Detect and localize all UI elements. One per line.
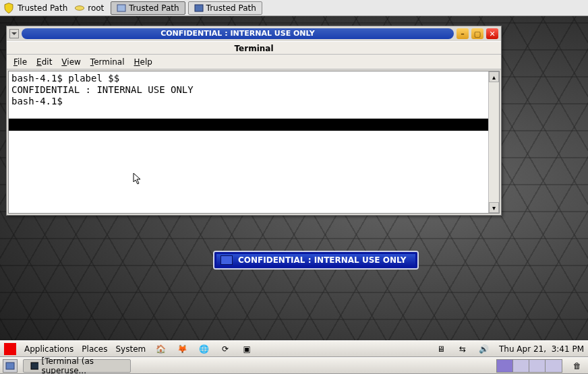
home-launcher[interactable]: 🏠 [150,341,171,356]
window-list-label: [Terminal (as superuse... [42,356,123,375]
network-indicator[interactable]: ⇆ [452,341,473,356]
window-icon [117,4,126,12]
volume-indicator[interactable]: 🔊 [473,341,495,356]
clock[interactable]: Thu Apr 21, 3:41 PM [495,344,588,354]
terminal-icon: ▣ [240,342,254,356]
minimize-button[interactable]: – [457,28,469,39]
places-menu[interactable]: Places [78,341,111,356]
trash-icon: 🗑 [570,359,584,373]
trash[interactable]: 🗑 [566,358,588,373]
maximize-button[interactable]: ▢ [471,28,483,39]
scrollbar[interactable]: ▴ ▾ [488,71,499,213]
display-icon: 🖥 [434,342,448,356]
trusted-path-label: Trusted Path [18,3,67,13]
network-icon: ⇆ [456,342,469,356]
menu-edit[interactable]: Edit [36,57,52,67]
firefox-icon: 🦊 [175,342,189,356]
clock-time: 3:41 PM [552,344,584,354]
window-title: Terminal [7,41,501,55]
window-list: [Terminal (as superuse... [23,359,131,373]
globe-icon: 🌐 [197,342,210,356]
close-button[interactable]: ✕ [486,28,498,39]
menubar: File Edit View Terminal Help [7,55,501,69]
terminal-line: bash-4.1$ plabel $$ [11,73,486,84]
oracle-menu[interactable] [0,341,20,356]
root-user-label: root [88,3,104,13]
scroll-track[interactable] [489,82,499,202]
update-launcher[interactable]: ⟳ [214,341,236,356]
terminal-line: CONFIDENTIAL : INTERNAL USE ONLY [11,84,486,96]
speaker-icon: 🔊 [477,342,491,356]
home-icon: 🏠 [154,342,167,356]
workspace-4[interactable] [546,360,562,372]
terminal-selection [9,119,488,131]
terminal-icon [30,362,38,370]
system-menu[interactable]: System [111,341,150,356]
svg-point-0 [76,5,84,10]
classification-badge[interactable]: CONFIDENTIAL : INTERNAL USE ONLY [214,252,417,268]
show-desktop-icon [5,362,15,370]
terminal-line: bash-4.1$ [11,96,486,107]
window-icon [194,4,204,12]
menu-terminal[interactable]: Terminal [90,57,125,67]
workspace-1[interactable] [497,360,513,372]
applications-menu[interactable]: Applications [20,341,78,356]
refresh-icon: ⟳ [218,342,232,356]
menu-file[interactable]: File [13,57,27,67]
svg-rect-2 [195,5,203,11]
browser-launcher[interactable]: 🌐 [193,341,214,356]
taskbar-window-button-1[interactable]: Trusted Path [111,1,185,15]
terminal-area: bash-4.1$ plabel $$ CONFIDENTIAL : INTER… [8,71,500,214]
oracle-logo-icon [4,343,16,355]
disk-icon [74,4,85,12]
task-label: Trusted Path [206,3,256,13]
clock-date: Thu Apr 21, [499,344,546,354]
firefox-launcher[interactable]: 🦊 [171,341,193,356]
bottom-panel: [Terminal (as superuse... 🗑 [0,357,588,374]
window-menu-button[interactable] [9,29,19,38]
workspace-3[interactable] [529,360,546,372]
window-list-item[interactable]: [Terminal (as superuse... [23,359,131,373]
scroll-up-button[interactable]: ▴ [489,71,499,82]
task-label: Trusted Path [129,3,179,13]
scroll-down-button[interactable]: ▾ [489,202,499,213]
svg-rect-3 [6,363,14,369]
trusted-path-bar: Trusted Path root Trusted Path Trusted P… [0,0,588,16]
window-security-title: CONFIDENTIAL : INTERNAL USE ONLY [22,28,454,39]
terminal-window: CONFIDENTIAL : INTERNAL USE ONLY – ▢ ✕ T… [6,26,502,216]
svg-rect-1 [117,5,125,11]
show-desktop-button[interactable] [3,359,18,373]
terminal-launcher[interactable]: ▣ [236,341,258,356]
taskbar-window-button-2[interactable]: Trusted Path [188,1,262,15]
badge-icon [220,255,233,265]
workspace-2[interactable] [513,360,529,372]
badge-text: CONFIDENTIAL : INTERNAL USE ONLY [238,255,406,265]
titlebar[interactable]: CONFIDENTIAL : INTERNAL USE ONLY – ▢ ✕ [7,26,501,41]
svg-rect-4 [31,363,38,369]
terminal-output[interactable]: bash-4.1$ plabel $$ CONFIDENTIAL : INTER… [9,71,488,213]
menu-help[interactable]: Help [134,57,152,67]
menu-view[interactable]: View [61,57,80,67]
display-indicator[interactable]: 🖥 [430,341,452,356]
top-panel: Applications Places System 🏠 🦊 🌐 ⟳ ▣ 🖥 ⇆… [0,340,588,357]
workspace-switcher[interactable] [496,359,562,373]
shield-icon [3,2,15,14]
